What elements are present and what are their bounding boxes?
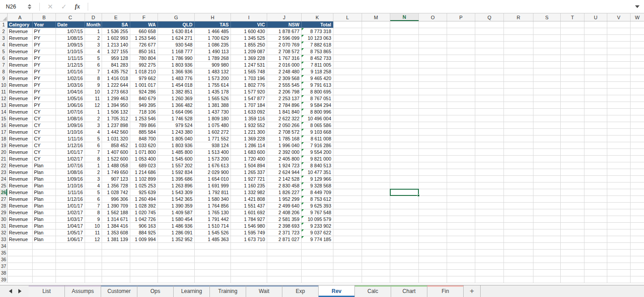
data-cell[interactable]: Revenue (8, 129, 33, 136)
grid-cell[interactable] (631, 42, 644, 48)
grid-cell[interactable] (419, 136, 447, 142)
data-cell[interactable]: 2 499 640 (267, 203, 302, 209)
data-cell[interactable]: 2 555 545 (267, 82, 302, 89)
column-header-O[interactable]: O (419, 13, 447, 21)
grid-cell[interactable] (333, 55, 362, 62)
data-cell[interactable]: 1 580 340 (195, 196, 231, 203)
grid-cell[interactable] (607, 102, 631, 109)
grid-cell[interactable] (447, 62, 475, 68)
add-sheet-button[interactable]: + (464, 285, 481, 297)
data-cell[interactable]: 8 840 513 (302, 162, 333, 169)
data-cell[interactable]: 1 020 745 (130, 209, 158, 216)
grid-cell[interactable] (447, 102, 475, 109)
data-cell[interactable]: 909 980 (195, 62, 231, 68)
grid-cell[interactable] (533, 129, 561, 136)
grid-cell[interactable] (362, 276, 390, 283)
grid-cell[interactable] (475, 109, 504, 115)
data-cell[interactable]: 1 381 388 (195, 102, 231, 109)
grid-cell[interactable] (390, 263, 419, 270)
row-header-26[interactable]: 26 (0, 189, 8, 196)
data-cell[interactable]: 1 366 936 (158, 68, 195, 75)
data-cell[interactable]: 1/04/16 (56, 89, 85, 95)
grid-cell[interactable] (475, 95, 504, 102)
grid-cell[interactable] (419, 21, 447, 28)
data-cell[interactable]: 1 700 629 (195, 35, 231, 42)
data-cell[interactable]: 1 792 811 (195, 189, 231, 196)
sheet-tab-training[interactable]: Training (210, 285, 246, 297)
grid-cell[interactable] (302, 243, 333, 250)
grid-cell[interactable] (561, 109, 584, 115)
grid-cell[interactable] (130, 250, 158, 256)
grid-cell[interactable] (302, 256, 333, 263)
data-cell[interactable]: 925 639 (130, 189, 158, 196)
data-cell[interactable]: 1 160 235 (231, 182, 267, 189)
grid-cell[interactable] (302, 250, 333, 256)
grid-cell[interactable] (561, 68, 584, 75)
sheet-tab-assumps[interactable]: Assumps (65, 285, 101, 297)
grid-cell[interactable] (33, 243, 56, 250)
grid-cell[interactable] (533, 21, 561, 28)
data-cell[interactable]: 1 924 723 (267, 162, 302, 169)
grid-cell[interactable] (561, 35, 584, 42)
grid-cell[interactable] (533, 203, 561, 209)
grid-cell[interactable] (533, 270, 561, 276)
data-cell[interactable]: Plan (33, 229, 56, 236)
data-cell[interactable]: 2 371 723 (267, 229, 302, 236)
grid-cell[interactable] (584, 136, 607, 142)
grid-cell[interactable] (56, 263, 85, 270)
data-cell[interactable]: 1 437 730 (195, 109, 231, 115)
grid-cell[interactable] (561, 156, 584, 162)
grid-cell[interactable] (447, 136, 475, 142)
data-cell[interactable]: 8 611 008 (302, 136, 333, 142)
grid-cell[interactable] (333, 182, 362, 189)
data-cell[interactable]: Revenue (8, 216, 33, 223)
grid-cell[interactable] (607, 115, 631, 122)
grid-cell[interactable] (302, 270, 333, 276)
grid-cell[interactable] (607, 68, 631, 75)
grid-cell[interactable] (447, 203, 475, 209)
data-cell[interactable]: 7 (85, 149, 102, 156)
grid-cell[interactable] (631, 209, 644, 216)
grid-cell[interactable] (195, 263, 231, 270)
grid-cell[interactable] (475, 28, 504, 35)
data-cell[interactable]: 1 749 650 (102, 169, 130, 176)
grid-cell[interactable] (561, 263, 584, 270)
grid-cell[interactable] (584, 142, 607, 149)
data-cell[interactable]: 1 381 139 (102, 236, 130, 243)
data-cell[interactable]: 4 (85, 182, 102, 189)
cancel-entry-icon[interactable]: ✕ (43, 3, 57, 11)
grid-cell[interactable] (419, 256, 447, 263)
grid-cell[interactable] (267, 263, 302, 270)
data-cell[interactable]: 1 705 312 (102, 115, 130, 122)
grid-cell[interactable] (158, 276, 195, 283)
grid-cell[interactable] (33, 263, 56, 270)
grid-cell[interactable] (584, 196, 607, 203)
data-cell[interactable]: 1 042 726 (130, 216, 158, 223)
data-cell[interactable]: 1 394 950 (102, 102, 130, 109)
row-header-29[interactable]: 29 (0, 209, 8, 216)
grid-cell[interactable] (447, 229, 475, 236)
tab-scroll-right-icon[interactable] (18, 289, 21, 293)
grid-cell[interactable] (362, 35, 390, 42)
grid-cell[interactable] (419, 109, 447, 115)
grid-cell[interactable] (533, 89, 561, 95)
grid-cell[interactable] (85, 256, 102, 263)
grid-cell[interactable] (362, 89, 390, 95)
grid-cell[interactable] (533, 48, 561, 55)
sheet-tab-exp[interactable]: Exp (282, 285, 319, 297)
grid-cell[interactable] (102, 263, 130, 270)
grid-cell[interactable] (631, 122, 644, 129)
data-cell[interactable]: 1/03/16 (56, 82, 85, 89)
grid-cell[interactable] (362, 156, 390, 162)
data-cell[interactable]: Revenue (8, 115, 33, 122)
data-cell[interactable]: 1 071 800 (130, 149, 158, 156)
grid-cell[interactable] (607, 28, 631, 35)
grid-cell[interactable] (333, 82, 362, 89)
data-cell[interactable]: 1 601 692 (231, 209, 267, 216)
grid-cell[interactable] (447, 42, 475, 48)
grid-cell[interactable] (584, 229, 607, 236)
data-cell[interactable]: 1 209 087 (231, 48, 267, 55)
data-cell[interactable]: 1 265 337 (231, 169, 267, 176)
data-cell[interactable]: 1/10/15 (56, 48, 85, 55)
data-cell[interactable]: 10 (85, 89, 102, 95)
